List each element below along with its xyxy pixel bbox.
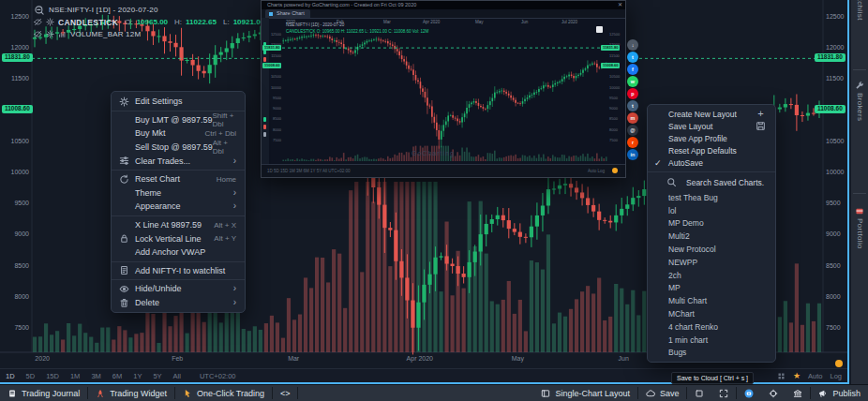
menu-item-spacer bbox=[119, 142, 129, 153]
timeframe-buttons: 1D5D15D1M3M6M1Y5YAll bbox=[0, 372, 187, 380]
grid-layout-icon[interactable] bbox=[777, 372, 786, 380]
scroll-to-realtime-button[interactable] bbox=[835, 360, 843, 367]
menu-item-delete[interactable]: Delete› bbox=[112, 296, 245, 310]
saved-chart-item[interactable]: New Protocol bbox=[648, 243, 775, 256]
saved-chart-item[interactable]: 4 chart Renko bbox=[648, 320, 775, 334]
trading-widget-button[interactable]: Trading Widget bbox=[88, 385, 174, 401]
tab-share-chart[interactable]: Share Chart bbox=[265, 9, 310, 18]
timeframe-1m[interactable]: 1M bbox=[65, 372, 85, 380]
mini-price-tick: 8500 bbox=[270, 116, 281, 121]
save-button[interactable]: Save bbox=[638, 385, 687, 401]
timeframe-5y[interactable]: 5Y bbox=[147, 372, 167, 380]
one-click-trading-button[interactable]: One-Click Trading bbox=[175, 385, 272, 401]
share-linkedin-button[interactable]: in bbox=[627, 149, 638, 160]
code-button[interactable]: <> bbox=[273, 385, 298, 401]
menu-item-spacer bbox=[119, 220, 129, 230]
saved-chart-item[interactable]: MP bbox=[648, 282, 775, 295]
share-gmail-button[interactable]: m bbox=[627, 112, 638, 124]
saved-chart-item[interactable]: 2ch bbox=[648, 269, 775, 282]
price-tick: 10500 bbox=[826, 138, 848, 144]
share-download-button[interactable]: ↓ bbox=[627, 39, 638, 51]
share-facebook-button[interactable]: f bbox=[627, 64, 638, 75]
menu-item-theme[interactable]: Theme› bbox=[112, 186, 245, 200]
reset-icon bbox=[119, 174, 129, 185]
timeframe-all[interactable]: All bbox=[168, 372, 187, 380]
share-email-button[interactable]: @ bbox=[627, 125, 638, 136]
sidebar-tab-watchlist[interactable]: Watchlist bbox=[851, 0, 868, 21]
menu-item-hide-unhide[interactable]: Hide/Unhide› bbox=[112, 282, 245, 296]
expand-icon bbox=[719, 389, 728, 398]
trading-journal-button[interactable]: Trading Journal bbox=[0, 385, 87, 401]
layout-menu-item-reset-app-defaults[interactable]: Reset App Defaults bbox=[648, 145, 775, 157]
crosshair-button[interactable] bbox=[761, 385, 786, 401]
hide-series-icon[interactable] bbox=[34, 18, 42, 26]
timeframe-3m[interactable]: 3M bbox=[85, 372, 106, 380]
price-tick: 12000 bbox=[0, 44, 29, 51]
timezone-label[interactable]: UTC+02:00 bbox=[200, 372, 236, 380]
menu-item-edit-settings[interactable]: Edit Settings bbox=[112, 95, 245, 109]
hide-volume-icon[interactable] bbox=[34, 30, 42, 38]
button-label: Trading Widget bbox=[110, 389, 167, 398]
square-button[interactable] bbox=[687, 385, 711, 401]
menu-item-lock-vertical-line[interactable]: Lock Vertical LineAlt + Y bbox=[112, 231, 245, 245]
menu-item-label: Reset Chart bbox=[135, 174, 180, 184]
volume-settings-icon[interactable] bbox=[46, 30, 54, 38]
saved-chart-item[interactable]: NEWPP bbox=[648, 256, 775, 269]
expand-button[interactable] bbox=[711, 385, 736, 401]
mini-save-icon[interactable] bbox=[596, 26, 603, 33]
menu-item-buy-lmt-9897-59[interactable]: Buy LMT @ 9897.59Shift + Dbl bbox=[112, 113, 245, 127]
menu-item-x-line-at-9897-59[interactable]: X Line At 9897.59Alt + X bbox=[112, 218, 245, 232]
menu-item-sell-stop-9897-59[interactable]: Sell Stop @ 9897.59Alt + Dbl bbox=[112, 141, 245, 155]
publish-button[interactable]: Publish bbox=[811, 385, 868, 401]
saved-chart-item[interactable]: MP Demo bbox=[648, 217, 775, 230]
briefcase-icon bbox=[855, 206, 864, 215]
share-whatsapp-button[interactable]: w bbox=[627, 76, 638, 87]
series-settings-icon[interactable] bbox=[46, 18, 54, 26]
share-reddit-button[interactable]: r bbox=[627, 137, 638, 148]
timeframe-1d[interactable]: 1D bbox=[0, 372, 21, 380]
sidebar-tab-brokers[interactable]: Brokers bbox=[851, 81, 868, 121]
menu-item-add-nifty-i-to-watchlist[interactable]: Add NIFTY-I to watchlist bbox=[112, 264, 245, 278]
timeframe-1y[interactable]: 1Y bbox=[127, 372, 147, 380]
menu-item-clear-trades[interactable]: Clear Trades...› bbox=[112, 154, 245, 168]
chevron-right-icon: › bbox=[233, 201, 236, 211]
camera-button[interactable] bbox=[737, 385, 761, 401]
timeframe-5d[interactable]: 5D bbox=[21, 372, 41, 380]
single-chart-layout-button[interactable]: Single-Chart Layout bbox=[533, 385, 637, 401]
share-preview-title: Charts powered by GoCharting.com - Creat… bbox=[262, 1, 625, 9]
menu-item-add-anchor-vwap[interactable]: Add Anchor VWAP bbox=[112, 245, 245, 260]
layout-menu-item-save-layout[interactable]: Save Layout bbox=[648, 120, 775, 132]
saved-chart-item[interactable]: Multi2 bbox=[648, 230, 775, 243]
sidebar-tab-portfolio[interactable]: Portfolio bbox=[851, 206, 868, 249]
auto-scale-button[interactable]: Auto bbox=[808, 372, 822, 380]
saved-chart-item[interactable]: MChart bbox=[648, 307, 775, 320]
share-pinterest-button[interactable]: p bbox=[627, 88, 638, 99]
search-saved-charts[interactable]: Search Saved Charts. bbox=[648, 174, 775, 191]
saved-chart-item[interactable]: 1 min chart bbox=[648, 334, 775, 347]
layout-menu-label: Save App Profile bbox=[668, 134, 727, 143]
price-tick: 8500 bbox=[0, 262, 29, 269]
zoom-out-icon[interactable] bbox=[34, 5, 45, 16]
sidebar-tab-label: Portfolio bbox=[856, 218, 864, 249]
timeframe-15d[interactable]: 15D bbox=[40, 372, 65, 380]
menu-item-reset-chart[interactable]: Reset ChartHome bbox=[112, 172, 245, 186]
share-tumblr-button[interactable]: t bbox=[627, 100, 638, 111]
log-scale-button[interactable]: Log bbox=[830, 372, 842, 380]
saved-chart-item[interactable]: test Thea Bug bbox=[648, 191, 775, 204]
saved-chart-item[interactable]: Multi Chart bbox=[648, 294, 775, 307]
layout-menu-item-create-new-layout[interactable]: Create New Layout+ bbox=[648, 108, 775, 120]
share-preview-tabbar: Share Chart bbox=[262, 9, 625, 18]
layout-menu-item-autosave[interactable]: ✓AutoSave bbox=[648, 157, 775, 170]
menu-item-appearance[interactable]: Appearance› bbox=[112, 200, 245, 214]
megaphone-icon bbox=[818, 389, 828, 398]
volume-bars-icon[interactable] bbox=[58, 30, 67, 38]
layout-menu-item-save-app-profile[interactable]: Save App Profile bbox=[648, 132, 775, 144]
favorite-star-icon[interactable]: ★ bbox=[793, 372, 801, 380]
timeframe-6m[interactable]: 6M bbox=[107, 372, 127, 380]
close-icon[interactable]: ✕ bbox=[618, 1, 622, 9]
share-twitter-button[interactable]: t bbox=[627, 52, 638, 63]
saved-chart-item[interactable]: lol bbox=[648, 204, 775, 217]
layout-menu-label: Save Layout bbox=[668, 122, 712, 131]
saved-chart-item[interactable]: Bugs bbox=[648, 347, 775, 360]
bank-button[interactable] bbox=[786, 385, 810, 401]
